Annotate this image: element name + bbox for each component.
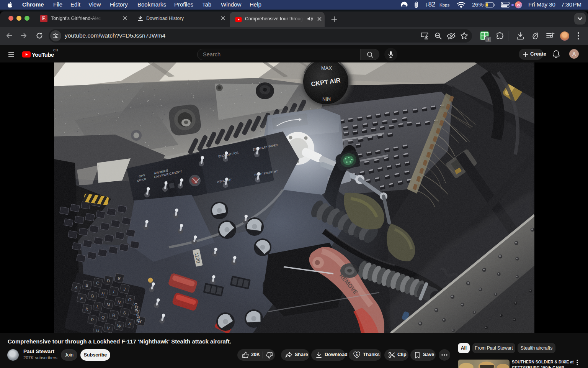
svg-text:$: $	[356, 353, 358, 357]
